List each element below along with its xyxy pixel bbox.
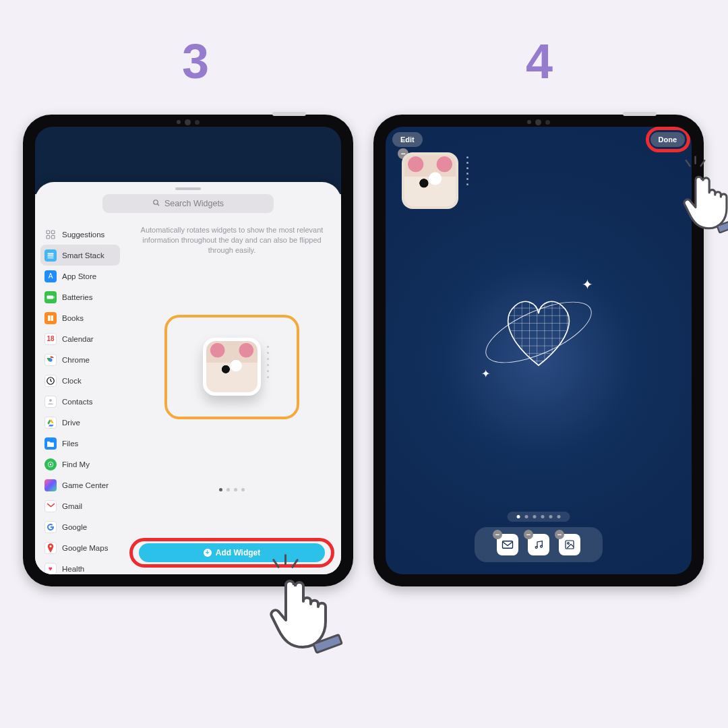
sidebar-item-contacts[interactable]: Contacts — [40, 391, 120, 412]
sidebar-item-files[interactable]: Files — [40, 433, 120, 454]
svg-point-14 — [49, 399, 52, 402]
sidebar-item-game-center[interactable]: Game Center — [40, 475, 120, 495]
svg-rect-7 — [48, 255, 54, 256]
search-placeholder: Search Widgets — [164, 199, 224, 208]
find-my-icon — [44, 458, 57, 471]
ipad-power-button — [623, 112, 657, 116]
suggestions-icon — [44, 229, 57, 241]
sheet-grabber[interactable] — [175, 187, 201, 190]
remove-app-badge[interactable]: − — [524, 530, 533, 539]
sidebar-item-label: Google — [62, 523, 87, 531]
dock-app-music[interactable]: − — [528, 534, 549, 555]
sidebar-item-gmail[interactable]: Gmail — [40, 495, 120, 516]
dock-app-photos[interactable]: − — [559, 534, 580, 555]
sidebar-item-find-my[interactable]: Find My — [40, 454, 120, 475]
search-input[interactable]: Search Widgets — [102, 194, 274, 213]
sidebar-item-clock[interactable]: Clock — [40, 370, 120, 391]
svg-point-20 — [541, 545, 543, 547]
widget-preview-highlight — [164, 315, 299, 419]
sparkle-icon: ✦ — [582, 276, 593, 293]
game-center-icon — [44, 479, 57, 491]
svg-rect-21 — [566, 541, 574, 549]
sidebar-item-batteries[interactable]: Batteries — [40, 286, 120, 307]
edit-button[interactable]: Edit — [392, 132, 423, 147]
sidebar-item-label: Calendar — [62, 335, 94, 343]
svg-point-22 — [568, 543, 570, 545]
sidebar-item-suggestions[interactable]: Suggestions — [40, 224, 120, 245]
tap-cursor-icon — [270, 559, 351, 654]
tap-cursor-icon — [683, 160, 728, 233]
books-icon — [44, 312, 57, 324]
calendar-icon: 18 — [44, 333, 57, 345]
svg-rect-3 — [51, 231, 55, 234]
widget-preview-image — [206, 341, 257, 392]
sidebar-item-calendar[interactable]: 18 Calendar — [40, 328, 120, 349]
svg-rect-8 — [48, 257, 54, 258]
widget-picker-screen: Search Widgets Suggestions Smart Stac — [35, 127, 341, 574]
stack-indicator-dots — [267, 346, 269, 378]
ipad-camera-notch — [373, 117, 704, 127]
google-icon — [44, 521, 57, 533]
add-widget-label: Add Widget — [216, 548, 261, 557]
gmail-icon — [44, 500, 57, 512]
sidebar-item-smart-stack[interactable]: Smart Stack — [40, 245, 120, 266]
dock: − − − — [475, 527, 603, 562]
svg-point-0 — [154, 200, 158, 204]
widget-detail-pane: Automatically rotates widgets to show th… — [123, 220, 341, 574]
home-screen-edit-mode: Edit Done − ✦ — [386, 127, 692, 574]
stack-indicator-dots — [466, 156, 468, 185]
sidebar-item-label: Clock — [62, 377, 82, 385]
svg-rect-6 — [48, 253, 54, 254]
svg-point-19 — [535, 547, 537, 549]
placed-widget-image — [404, 155, 456, 206]
remove-app-badge[interactable]: − — [493, 530, 502, 539]
sparkle-icon: ✦ — [481, 367, 490, 380]
files-icon — [44, 437, 57, 450]
widget-picker-sheet: Search Widgets Suggestions Smart Stac — [35, 182, 341, 574]
sidebar-item-books[interactable]: Books — [40, 307, 120, 328]
sidebar-item-chrome[interactable]: Chrome — [40, 349, 120, 370]
sidebar-item-label: Contacts — [62, 398, 92, 406]
remove-app-badge[interactable]: − — [555, 530, 564, 539]
done-button-highlight-ring — [646, 127, 690, 152]
sidebar-item-label: Game Center — [62, 481, 109, 489]
sidebar-item-label: Google Maps — [62, 544, 108, 552]
ipad-camera-notch — [23, 117, 353, 127]
sidebar-item-label: Suggestions — [62, 231, 104, 239]
batteries-icon — [44, 291, 57, 303]
home-screen-page-dots[interactable] — [508, 512, 570, 522]
app-store-icon: A — [44, 270, 57, 282]
sidebar-item-google[interactable]: Google — [40, 516, 120, 537]
sidebar-item-app-store[interactable]: A App Store — [40, 266, 120, 286]
sidebar-item-google-maps[interactable]: Google Maps — [40, 537, 120, 558]
google-maps-icon — [44, 542, 57, 554]
svg-rect-10 — [54, 296, 55, 298]
ipad-power-button — [272, 112, 306, 116]
dock-app-mail[interactable]: − — [497, 534, 518, 555]
smart-stack-icon — [44, 249, 57, 262]
clock-icon — [44, 375, 57, 387]
svg-point-15 — [50, 463, 52, 465]
widget-size-page-dots[interactable] — [219, 488, 245, 491]
step-number-3: 3 — [182, 34, 209, 89]
svg-line-1 — [157, 204, 159, 206]
sidebar-item-label: Drive — [62, 419, 80, 427]
svg-rect-4 — [47, 235, 50, 239]
plus-icon: + — [204, 549, 212, 557]
widget-preview[interactable] — [203, 338, 261, 396]
sidebar-item-drive[interactable]: Drive — [40, 412, 120, 433]
contacts-icon — [44, 396, 57, 408]
chrome-icon — [44, 354, 57, 366]
svg-rect-9 — [47, 295, 54, 299]
placed-widget[interactable]: − — [402, 152, 462, 209]
sidebar-item-label: Files — [62, 439, 78, 448]
sidebar-item-label: Smart Stack — [62, 251, 104, 260]
widget-description: Automatically rotates widgets to show th… — [132, 224, 332, 262]
step-number-4: 4 — [526, 34, 553, 89]
sidebar-item-label: Gmail — [62, 502, 82, 510]
sidebar-item-health[interactable]: ♥ Health — [40, 558, 120, 574]
sidebar-item-label: Batteries — [62, 293, 92, 301]
widget-category-sidebar[interactable]: Suggestions Smart Stack A App Store — [35, 220, 123, 574]
sidebar-item-label: Chrome — [62, 356, 90, 364]
drive-icon — [44, 417, 57, 429]
